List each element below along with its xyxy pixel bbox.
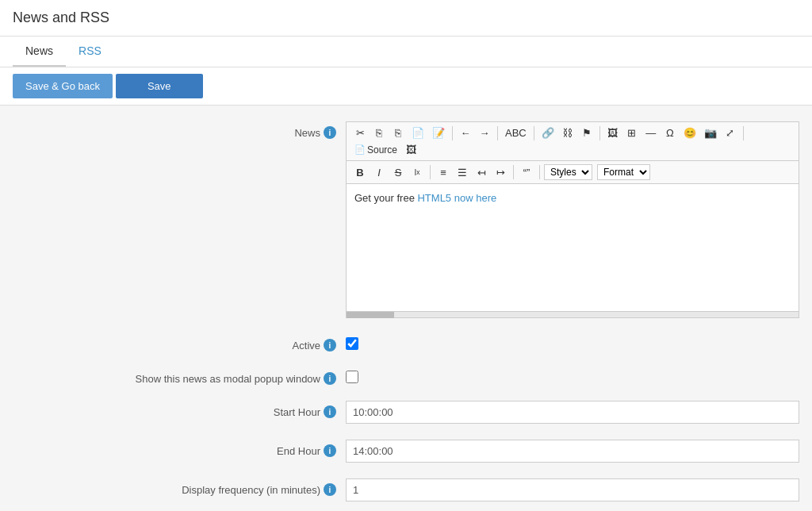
styles-select[interactable]: Styles [544, 164, 592, 180]
anchor-button[interactable]: ⚑ [578, 125, 596, 140]
toolbar-sep-8 [539, 165, 540, 179]
start-hour-field-row: Start Hour i [13, 401, 799, 424]
display-frequency-field-row: Display frequency (in minutes) i [13, 478, 799, 501]
fullscreen-button[interactable]: ⤢ [722, 125, 739, 140]
indent-left-button[interactable]: ↤ [473, 165, 490, 180]
news-field-row: News i ✂ ⎘ ⎘ 📄 📝 ← → ABC [13, 121, 799, 318]
editor-toolbar-bottom: B I S Ix ≡ ☰ ↤ ↦ “” Styles For [347, 161, 799, 184]
save-button[interactable]: Save [116, 74, 203, 98]
toolbar-sep-7 [513, 165, 514, 179]
end-hour-input-area [346, 440, 799, 463]
paste-button[interactable]: ⎘ [389, 125, 407, 140]
indent-right-button[interactable]: ↦ [492, 165, 509, 180]
format-select[interactable]: Format [597, 164, 650, 180]
undo-button[interactable]: ← [457, 125, 474, 140]
special-char-button[interactable]: Ω [661, 125, 679, 140]
insert-image-button[interactable]: 🖼 [604, 125, 622, 140]
start-hour-info-icon[interactable]: i [324, 405, 336, 418]
remove-link-button[interactable]: ⛓ [559, 125, 576, 140]
active-info-icon[interactable]: i [324, 339, 336, 352]
tab-news[interactable]: News [13, 36, 66, 67]
active-checkbox[interactable] [346, 337, 358, 350]
tabs-bar: News RSS [0, 36, 812, 67]
active-label: Active i [13, 334, 346, 352]
active-field-row: Active i [13, 334, 799, 352]
subscript-button[interactable]: Ix [408, 167, 426, 179]
display-frequency-input-area [346, 478, 799, 501]
italic-button[interactable]: I [370, 165, 388, 180]
page-title: News and RSS [0, 0, 812, 36]
insert-link-button[interactable]: 🔗 [538, 125, 557, 140]
start-hour-input[interactable] [346, 401, 799, 424]
strikethrough-button[interactable]: S [389, 165, 407, 180]
unordered-list-button[interactable]: ☰ [454, 165, 471, 180]
insert-image2-button[interactable]: 📷 [701, 125, 720, 140]
end-hour-info-icon[interactable]: i [324, 444, 336, 457]
active-checkbox-area [346, 334, 799, 350]
content-link[interactable]: HTML5 now here [417, 192, 496, 204]
editor-scrollbar[interactable] [347, 311, 799, 317]
redo-button[interactable]: → [476, 125, 493, 140]
toolbar-sep-3 [534, 126, 534, 140]
display-frequency-input[interactable] [346, 478, 799, 501]
toolbar-sep-1 [452, 126, 453, 140]
news-info-icon[interactable]: i [324, 126, 336, 139]
news-editor-area: ✂ ⎘ ⎘ 📄 📝 ← → ABC 🔗 ⛓ ⚑ 🖼 ⊞ [346, 121, 799, 318]
tab-rss[interactable]: RSS [66, 36, 114, 67]
content-area: News i ✂ ⎘ ⎘ 📄 📝 ← → ABC [0, 106, 812, 511]
modal-popup-label: Show this news as modal popup window i [13, 367, 346, 385]
start-hour-label: Start Hour i [13, 401, 346, 418]
paste-text-button[interactable]: 📄 [408, 125, 427, 140]
modal-popup-field-row: Show this news as modal popup window i [13, 367, 799, 385]
toolbar-sep-4 [599, 126, 600, 140]
toolbar-sep-6 [430, 165, 431, 179]
blockquote-button[interactable]: “” [518, 165, 535, 180]
toolbar-sep-5 [743, 126, 744, 140]
action-bar: Save & Go back Save [0, 67, 812, 106]
toolbar-sep-2 [497, 126, 498, 140]
modal-popup-info-icon[interactable]: i [324, 372, 336, 385]
end-hour-label: End Hour i [13, 440, 346, 457]
editor-toolbar-top: ✂ ⎘ ⎘ 📄 📝 ← → ABC 🔗 ⛓ ⚑ 🖼 ⊞ [347, 122, 799, 161]
insert-hr-button[interactable]: ― [642, 125, 660, 140]
modal-popup-checkbox-area [346, 367, 799, 383]
news-label: News i [13, 121, 346, 139]
copy-button[interactable]: ⎘ [370, 125, 388, 140]
modal-popup-checkbox[interactable] [346, 371, 358, 383]
end-hour-input[interactable] [346, 440, 799, 463]
bold-button[interactable]: B [351, 165, 369, 180]
cut-button[interactable]: ✂ [351, 125, 369, 140]
insert-table-button[interactable]: ⊞ [623, 125, 641, 140]
source-icon: 📄 [354, 144, 366, 155]
editor-scrollbar-thumb [347, 312, 394, 318]
ordered-list-button[interactable]: ≡ [435, 165, 452, 180]
display-frequency-label: Display frequency (in minutes) i [13, 478, 346, 496]
end-hour-field-row: End Hour i [13, 440, 799, 463]
paste-word-button[interactable]: 📝 [429, 125, 448, 140]
spellcheck-button[interactable]: ABC [502, 125, 530, 140]
rich-text-editor: ✂ ⎘ ⎘ 📄 📝 ← → ABC 🔗 ⛓ ⚑ 🖼 ⊞ [346, 121, 799, 318]
editor-content[interactable]: Get your free HTML5 now here [347, 184, 799, 311]
emoji-button[interactable]: 😊 [680, 125, 699, 140]
start-hour-input-area [346, 401, 799, 424]
source-button[interactable]: 📄 Source [351, 143, 400, 157]
save-go-back-button[interactable]: Save & Go back [13, 74, 113, 98]
display-frequency-info-icon[interactable]: i [324, 483, 336, 496]
insert-image3-button[interactable]: 🖾 [402, 142, 419, 157]
